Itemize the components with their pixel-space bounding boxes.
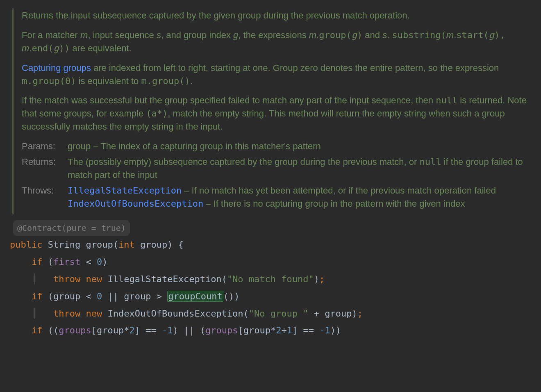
throws-label: Throws: bbox=[22, 184, 63, 197]
contract-annotation: @Contract(pure = true) bbox=[13, 220, 130, 236]
javadoc-block: Returns the input subsequence captured b… bbox=[12, 8, 541, 214]
javadoc-paragraph: For a matcher m, input sequence s, and g… bbox=[22, 29, 533, 55]
javadoc-throws: Throws: IllegalStateException – If no ma… bbox=[22, 184, 533, 210]
exception-link[interactable]: IllegalStateException bbox=[68, 185, 182, 196]
params-body: group – The index of a capturing group i… bbox=[68, 140, 533, 153]
javadoc-paragraph: Capturing groups are indexed from left t… bbox=[22, 62, 533, 88]
returns-label: Returns: bbox=[22, 155, 63, 169]
capturing-groups-link[interactable]: Capturing groups bbox=[22, 63, 91, 73]
javadoc-returns: Returns: The (possibly empty) subsequenc… bbox=[22, 155, 533, 182]
exception-link[interactable]: IndexOutOfBoundsException bbox=[68, 198, 203, 209]
returns-body: The (possibly empty) subsequence capture… bbox=[68, 155, 533, 182]
throws-body: IllegalStateException – If no match has … bbox=[68, 184, 533, 210]
code-editor[interactable]: @Contract(pure = true) public String gro… bbox=[0, 219, 541, 344]
javadoc-paragraph: Returns the input subsequence captured b… bbox=[22, 9, 533, 22]
javadoc-paragraph: If the match was successful but the grou… bbox=[22, 94, 533, 133]
params-label: Params: bbox=[22, 140, 63, 153]
javadoc-params: Params: group – The index of a capturing… bbox=[22, 140, 533, 153]
highlighted-identifier[interactable]: groupCount bbox=[167, 291, 223, 302]
